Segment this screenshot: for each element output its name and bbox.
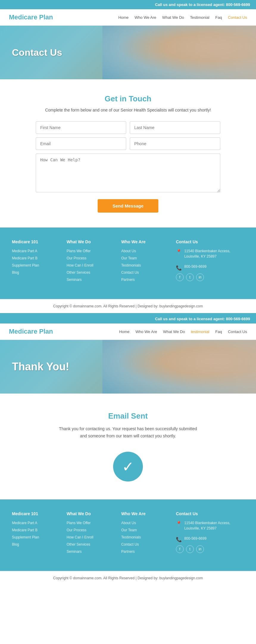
- email-input[interactable]: [36, 137, 126, 150]
- last-name-input[interactable]: [130, 121, 220, 134]
- facebook-icon-2[interactable]: f: [176, 545, 184, 553]
- social-icons-2: f t in: [176, 545, 244, 553]
- nav: Home Who We Are What We Do Testimonial F…: [118, 15, 247, 20]
- nav-faq[interactable]: Faq: [215, 15, 222, 20]
- twitter-icon-2[interactable]: t: [186, 545, 194, 553]
- footer-link-how-can-i-enroll[interactable]: How Can I Enroll: [67, 263, 115, 268]
- footer-link-partners[interactable]: Partners: [121, 277, 170, 282]
- footer2-link-plans-we-offer[interactable]: Plans We Offer: [67, 520, 115, 526]
- first-name-input[interactable]: [36, 121, 126, 134]
- footer-link-medicare-part-a[interactable]: Medicare Part A: [12, 248, 61, 254]
- contact-section: Get in Touch Complete the form below and…: [0, 79, 256, 227]
- footer2-col-what-we-do: What We Do Plans We Offer Our Process Ho…: [67, 511, 115, 556]
- footer-link-contact-us[interactable]: Contact Us: [121, 270, 170, 275]
- footer-link-blog[interactable]: Blog: [12, 270, 61, 275]
- top-bar-2: Call us and speak to a licensed agent: 8…: [0, 314, 256, 323]
- footer2-address-block: 📍 11540 Blankenbaker Access, Louisville,…: [176, 520, 244, 533]
- nav2-who-we-are[interactable]: Who We Are: [135, 329, 157, 334]
- footer-col4-title: Contact Us: [176, 239, 244, 244]
- footer2-link-how-can-i-enroll[interactable]: How Can I Enroll: [67, 535, 115, 540]
- footer2-col-contact: Contact Us 📍 11540 Blankenbaker Access, …: [176, 511, 244, 556]
- footer2-link-supplement-plan[interactable]: Supplement Plan: [12, 535, 61, 540]
- footer2-link-other-services[interactable]: Other Services: [67, 542, 115, 547]
- thankyou-text-line2: and someone from our team will contact y…: [80, 434, 176, 438]
- footer2-col2-title: What We Do: [67, 511, 115, 516]
- footer-link-other-services[interactable]: Other Services: [67, 270, 115, 275]
- nav-who-we-are[interactable]: Who We Are: [135, 15, 156, 20]
- nav2-faq[interactable]: Faq: [215, 329, 222, 334]
- footer-link-supplement-plan[interactable]: Supplement Plan: [12, 263, 61, 268]
- nav2-home[interactable]: Home: [119, 329, 129, 334]
- hero-title-2: Thank You!: [0, 360, 69, 373]
- contact-row: [36, 137, 220, 150]
- footer-link-testimonials[interactable]: Testimonials: [121, 263, 170, 268]
- message-textarea[interactable]: [36, 154, 220, 192]
- footer2-link-testimonials[interactable]: Testimonials: [121, 535, 170, 540]
- footer-col-what-we-do: What We Do Plans We Offer Our Process Ho…: [67, 239, 115, 284]
- thankyou-text: Thank you for contacting us. Your reques…: [36, 425, 220, 440]
- contact-form: Send Message: [36, 121, 220, 213]
- instagram-icon-2[interactable]: in: [196, 545, 204, 553]
- footer2-link-blog[interactable]: Blog: [12, 542, 61, 547]
- footer-col-contact: Contact Us 📍 11540 Blankenbaker Access, …: [176, 239, 244, 284]
- footer-phone-block: 📞 800-569-6699: [176, 264, 244, 271]
- location-icon-2: 📍: [176, 521, 182, 527]
- nav2-what-we-do[interactable]: What We Do: [163, 329, 185, 334]
- send-button[interactable]: Send Message: [98, 199, 158, 213]
- instagram-icon[interactable]: in: [196, 273, 204, 281]
- hero-banner: Contact Us: [0, 26, 256, 79]
- top-bar: Call us and speak to a licensed agent: 8…: [0, 0, 256, 9]
- footer2-link-contact-us[interactable]: Contact Us: [121, 542, 170, 547]
- footer-link-our-team[interactable]: Our Team: [121, 256, 170, 261]
- footer2-link-our-process[interactable]: Our Process: [67, 527, 115, 533]
- footer-link-seminars[interactable]: Seminars: [67, 277, 115, 282]
- checkmark-circle: ✓: [113, 452, 143, 482]
- hero-image: [102, 26, 256, 79]
- copyright-text-2: Copyright © domainname.com. All Rights R…: [53, 576, 203, 580]
- footer2-link-medicare-part-b[interactable]: Medicare Part B: [12, 527, 61, 533]
- hero-title: Contact Us: [0, 47, 62, 58]
- footer-phone[interactable]: 800-569-6699: [184, 264, 207, 269]
- header: Medicare Plan Home Who We Are What We Do…: [0, 9, 256, 26]
- footer2-link-partners[interactable]: Partners: [121, 549, 170, 554]
- footer-address: 11540 Blankenbaker Access, Louisville, K…: [184, 248, 244, 259]
- top-bar-text: Call us and speak to a licensed agent: 8…: [155, 2, 250, 7]
- footer-col2-title: What We Do: [67, 239, 115, 244]
- phone-icon: 📞: [176, 265, 182, 271]
- footer-grid-2: Medicare 101 Medicare Part A Medicare Pa…: [12, 511, 244, 556]
- top-bar-text-2: Call us and speak to a licensed agent: 8…: [155, 317, 250, 321]
- nav-2: Home Who We Are What We Do testimonial F…: [119, 329, 247, 334]
- nav-home[interactable]: Home: [118, 15, 129, 20]
- footer-grid: Medicare 101 Medicare Part A Medicare Pa…: [12, 239, 244, 284]
- footer-link-medicare-part-b[interactable]: Medicare Part B: [12, 256, 61, 261]
- footer-link-plans-we-offer[interactable]: Plans We Offer: [67, 248, 115, 254]
- footer-link-about-us[interactable]: About Us: [121, 248, 170, 254]
- footer-2: Medicare 101 Medicare Part A Medicare Pa…: [0, 499, 256, 571]
- nav2-contact-us[interactable]: Contact Us: [228, 329, 247, 334]
- name-row: [36, 121, 220, 134]
- form-title: Get in Touch: [36, 94, 220, 103]
- footer2-link-our-team[interactable]: Our Team: [121, 527, 170, 533]
- copyright-2: Copyright © domainname.com. All Rights R…: [0, 571, 256, 585]
- footer2-phone[interactable]: 800-569-6699: [184, 536, 207, 541]
- footer2-link-seminars[interactable]: Seminars: [67, 549, 115, 554]
- footer-link-our-process[interactable]: Our Process: [67, 256, 115, 261]
- twitter-icon[interactable]: t: [186, 273, 194, 281]
- copyright: Copyright © domainname.com. All Rights R…: [0, 299, 256, 313]
- nav-testimonial[interactable]: Testimonial: [190, 15, 209, 20]
- thankyou-section: Email Sent Thank you for contacting us. …: [0, 394, 256, 499]
- footer2-address: 11540 Blankenbaker Access, Louisville, K…: [184, 520, 244, 531]
- facebook-icon[interactable]: f: [176, 273, 184, 281]
- footer2-col-medicare101: Medicare 101 Medicare Part A Medicare Pa…: [12, 511, 61, 556]
- logo-2: Medicare Plan: [9, 328, 53, 335]
- nav-what-we-do[interactable]: What We Do: [162, 15, 184, 20]
- nav-contact-us[interactable]: Contact Us: [228, 15, 247, 20]
- footer2-phone-block: 📞 800-569-6699: [176, 536, 244, 543]
- phone-input[interactable]: [130, 137, 220, 150]
- footer2-link-medicare-part-a[interactable]: Medicare Part A: [12, 520, 61, 526]
- header-2: Medicare Plan Home Who We Are What We Do…: [0, 323, 256, 340]
- footer2-link-about-us[interactable]: About Us: [121, 520, 170, 526]
- logo-text-2: Medicare Plan: [9, 328, 53, 335]
- nav2-testimonial[interactable]: testimonial: [191, 329, 209, 334]
- phone-icon-2: 📞: [176, 537, 182, 542]
